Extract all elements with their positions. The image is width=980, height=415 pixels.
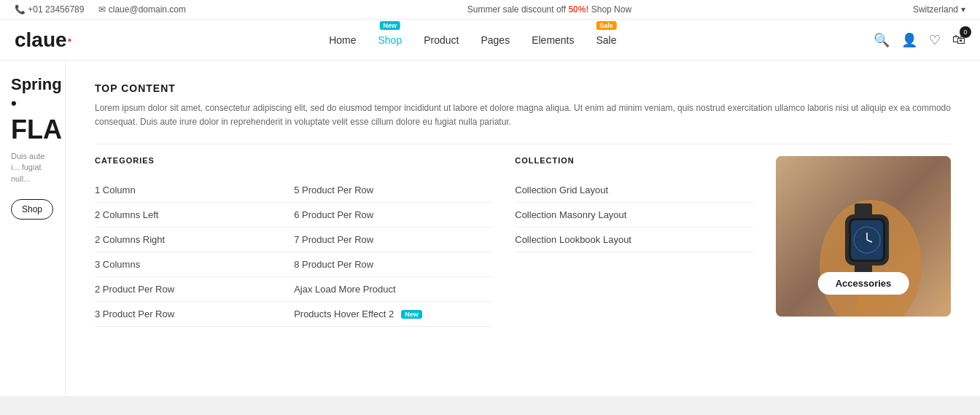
image-label[interactable]: Accessories bbox=[818, 272, 909, 295]
list-item[interactable]: 6 Product Per Row bbox=[294, 203, 493, 228]
nav-item-shop[interactable]: New Shop bbox=[378, 34, 402, 46]
list-item[interactable]: Collection Masonry Layout bbox=[515, 203, 754, 228]
list-item[interactable]: 5 Product Per Row bbox=[294, 178, 493, 203]
phone-icon: 📞 bbox=[15, 4, 26, 15]
email-icon: ✉ bbox=[98, 4, 106, 15]
chevron-down-icon: ▾ bbox=[961, 4, 965, 15]
list-item[interactable]: 3 Columns bbox=[95, 252, 294, 277]
categories-grid: 1 Column 2 Columns Left 2 Columns Right … bbox=[95, 178, 493, 327]
list-item[interactable]: Products Hover Effect 2 New bbox=[294, 302, 493, 327]
list-item[interactable]: 2 Columns Right bbox=[95, 228, 294, 252]
email-info: ✉ claue@domain.com bbox=[98, 4, 186, 15]
categories-col2: 5 Product Per Row 6 Product Per Row 7 Pr… bbox=[294, 178, 493, 327]
nav-item-pages[interactable]: Pages bbox=[481, 34, 510, 46]
list-item[interactable]: Collection Grid Layout bbox=[515, 178, 754, 203]
categories-title: CATEGORIES bbox=[95, 156, 493, 165]
dropdown-panel: TOP CONTENT Lorem ipsum dolor sit amet, … bbox=[66, 61, 980, 396]
promo-banner: Summer sale discount off 50%! Shop Now bbox=[467, 4, 631, 15]
collection-list: Collection Grid Layout Collection Masonr… bbox=[515, 178, 754, 252]
svg-rect-7 bbox=[855, 203, 872, 217]
list-item[interactable]: 2 Product Per Row bbox=[95, 277, 294, 302]
top-content-body: Lorem ipsum dolor sit amet, consectetur … bbox=[95, 101, 951, 129]
hero-title-line2: FLA bbox=[11, 114, 54, 145]
hero-subtext: Duis aute i... fugiat null... bbox=[11, 151, 54, 185]
list-item[interactable]: 1 Column bbox=[95, 178, 294, 203]
phone-info: 📞 +01 23456789 bbox=[15, 4, 84, 15]
badge-sale-nav: Sale bbox=[596, 21, 617, 30]
cart-icon[interactable]: 🛍 0 bbox=[952, 32, 965, 47]
list-item[interactable]: Ajax Load More Product bbox=[294, 277, 493, 302]
hero-shop-button[interactable]: Shop bbox=[11, 199, 53, 220]
badge-new-shop: New bbox=[380, 21, 401, 30]
list-item[interactable]: Collection Lookbook Layout bbox=[515, 228, 754, 252]
wishlist-icon[interactable]: ♡ bbox=[929, 32, 941, 48]
page-wrapper: Spring • FLA Duis aute i... fugiat null.… bbox=[0, 61, 980, 396]
accessories-image-tile[interactable]: Accessories bbox=[776, 156, 951, 317]
collection-column: COLLECTION Collection Grid Layout Collec… bbox=[515, 156, 776, 327]
list-item[interactable]: 3 Product Per Row bbox=[95, 302, 294, 327]
list-item[interactable]: 8 Product Per Row bbox=[294, 252, 493, 277]
nav-links: Home New Shop Product Pages Elements Sal… bbox=[329, 34, 616, 46]
logo[interactable]: claue● bbox=[15, 28, 72, 52]
top-content-area: TOP CONTENT Lorem ipsum dolor sit amet, … bbox=[95, 82, 951, 129]
nav-bar: claue● Home New Shop Product Pages Eleme… bbox=[0, 20, 980, 61]
columns-area: CATEGORIES 1 Column 2 Columns Left 2 Col… bbox=[95, 156, 951, 327]
nav-item-sale[interactable]: Sale Sale bbox=[596, 34, 617, 46]
collection-title: COLLECTION bbox=[515, 156, 754, 165]
categories-column: CATEGORIES 1 Column 2 Columns Left 2 Col… bbox=[95, 156, 515, 327]
image-column: Accessories bbox=[776, 156, 951, 327]
categories-col1: 1 Column 2 Columns Left 2 Columns Right … bbox=[95, 178, 294, 327]
nav-item-home[interactable]: Home bbox=[329, 34, 356, 46]
badge-new-hover: New bbox=[401, 310, 422, 319]
left-hero-panel: Spring • FLA Duis aute i... fugiat null.… bbox=[0, 61, 66, 396]
top-bar: 📞 +01 23456789 ✉ claue@domain.com Summer… bbox=[0, 0, 980, 20]
list-item[interactable]: 2 Columns Left bbox=[95, 203, 294, 228]
region-selector[interactable]: Switzerland ▾ bbox=[913, 4, 965, 15]
divider-1 bbox=[95, 144, 951, 144]
logo-dot: ● bbox=[68, 36, 72, 44]
nav-item-elements[interactable]: Elements bbox=[532, 34, 574, 46]
search-icon[interactable]: 🔍 bbox=[874, 32, 890, 48]
nav-item-product[interactable]: Product bbox=[424, 34, 459, 46]
top-content-title: TOP CONTENT bbox=[95, 82, 951, 94]
nav-icons: 🔍 👤 ♡ 🛍 0 bbox=[874, 32, 965, 48]
top-bar-left: 📞 +01 23456789 ✉ claue@domain.com bbox=[15, 4, 186, 15]
account-icon[interactable]: 👤 bbox=[901, 32, 917, 48]
cart-badge: 0 bbox=[960, 26, 971, 38]
hero-title-line1: Spring • bbox=[11, 75, 54, 114]
list-item[interactable]: 7 Product Per Row bbox=[294, 228, 493, 252]
